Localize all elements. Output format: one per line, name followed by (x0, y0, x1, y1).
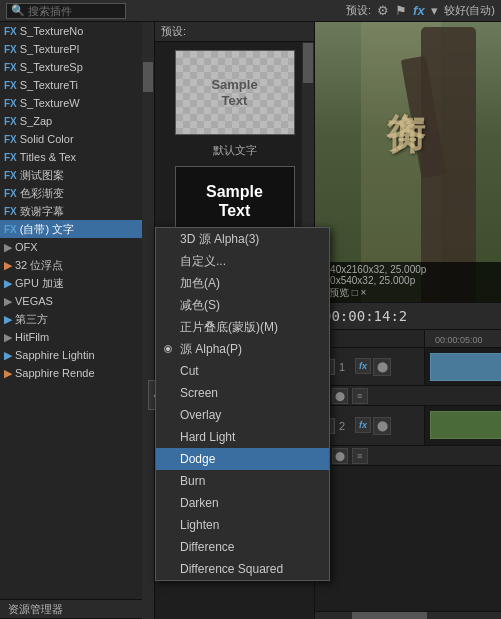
plugin-item-6[interactable]: FXSolid Color (0, 130, 154, 148)
context-menu-item-8[interactable]: Overlay (156, 404, 329, 426)
search-box[interactable]: 🔍 (6, 3, 126, 19)
context-menu-item-3[interactable]: 减色(S) (156, 294, 329, 316)
fx-btn-1b[interactable]: ≡ (352, 388, 368, 404)
timeline-area: 00:00:14:2 00:00:05:00 ≡ 1 fx ⬤ (315, 302, 501, 619)
context-menu-item-12[interactable]: Darken (156, 492, 329, 514)
fx-badge: FX (4, 98, 17, 109)
plugin-label: Sapphire Lightin (15, 349, 95, 361)
track-1-controls: ≡ 1 fx ⬤ (315, 348, 425, 385)
preset-label: 预设: (346, 3, 371, 18)
menu-item-label: Darken (180, 496, 219, 510)
fx-badge: FX (4, 80, 17, 91)
plugin-item-17[interactable]: ▶HitFilm (0, 328, 154, 346)
fx-btn-1a[interactable]: ⬤ (332, 388, 348, 404)
plugin-label: Titles & Tex (20, 151, 76, 163)
plugin-item-1[interactable]: FXS_TexturePl (0, 40, 154, 58)
plugin-item-3[interactable]: FXS_TextureTi (0, 76, 154, 94)
search-input[interactable] (28, 5, 121, 17)
presets-scrollbar[interactable] (302, 42, 314, 242)
plugin-item-14[interactable]: ▶GPU 加速 (0, 274, 154, 292)
settings-icon[interactable]: ⚙ (377, 3, 389, 18)
track-row-1: ≡ 1 fx ⬤ (315, 348, 501, 386)
preset-thumb-1[interactable]: SampleText (175, 50, 295, 135)
fx-icon[interactable]: fx (413, 3, 425, 18)
toolbar-icons: 预设: ⚙ ⚑ fx ▾ 较好(自动) (346, 3, 495, 18)
context-menu-item-1[interactable]: 自定义... (156, 250, 329, 272)
plugin-label: Solid Color (20, 133, 74, 145)
plugin-label: VEGAS (15, 295, 53, 307)
context-menu-item-13[interactable]: Lighten (156, 514, 329, 536)
left-panel-scroll-thumb[interactable] (143, 62, 153, 92)
search-icon: 🔍 (11, 4, 25, 17)
context-menu-item-5[interactable]: 源 Alpha(P) (156, 338, 329, 360)
preset-thumb-1-text: SampleText (211, 77, 257, 108)
track-2-fx-btn[interactable]: fx (355, 417, 371, 433)
track-2-num-label: 2 (339, 420, 351, 432)
auto-label: 较好(自动) (444, 3, 495, 18)
track-1-clip[interactable] (430, 353, 501, 381)
context-menu-item-14[interactable]: Difference (156, 536, 329, 558)
presets-label: 预设: (161, 24, 186, 39)
context-menu-item-7[interactable]: Screen (156, 382, 329, 404)
plugin-label: OFX (15, 241, 38, 253)
plugin-item-16[interactable]: ▶第三方 (0, 310, 154, 328)
track-2-area[interactable] (425, 406, 501, 445)
fx-btn-2b[interactable]: ≡ (352, 448, 368, 464)
plugin-item-2[interactable]: FXS_TextureSp (0, 58, 154, 76)
plugin-item-19[interactable]: ▶Sapphire Rende (0, 364, 154, 382)
track-1-fx-btn[interactable]: fx (355, 358, 371, 374)
context-menu-item-9[interactable]: Hard Light (156, 426, 329, 448)
track-1-icon-a[interactable]: ⬤ (373, 358, 391, 376)
context-menu-item-2[interactable]: 加色(A) (156, 272, 329, 294)
plugin-item-12[interactable]: ▶OFX (0, 238, 154, 256)
menu-item-label: Overlay (180, 408, 221, 422)
plugin-label: 第三方 (15, 312, 48, 327)
preview-image: 齐衡 3840x2160x32, 25.000p 960x540x32, 25.… (315, 22, 501, 302)
plugin-item-0[interactable]: FXS_TextureNo (0, 22, 154, 40)
fx-badge: FX (4, 62, 17, 73)
context-menu: 3D 源 Alpha(3)自定义...加色(A)减色(S)正片叠底(蒙版)(M)… (155, 227, 330, 581)
track-2-icons: fx ⬤ (355, 417, 391, 435)
presets-scroll-thumb[interactable] (303, 43, 313, 83)
menu-item-label: 源 Alpha(P) (180, 341, 242, 358)
fx-row-1-controls: ⬤ ≡ (332, 388, 368, 404)
plugin-label: 32 位浮点 (15, 258, 63, 273)
left-panel-scrollbar[interactable] (142, 22, 154, 619)
preset-thumb-2[interactable]: SampleText (175, 166, 295, 236)
context-menu-item-0[interactable]: 3D 源 Alpha(3) (156, 228, 329, 250)
plugin-item-10[interactable]: FX致谢字幕 (0, 202, 154, 220)
context-menu-item-11[interactable]: Burn (156, 470, 329, 492)
timeline-scrollbar[interactable] (315, 611, 501, 619)
menu-item-label: Dodge (180, 452, 215, 466)
context-menu-item-6[interactable]: Cut (156, 360, 329, 382)
plugin-item-18[interactable]: ▶Sapphire Lightin (0, 346, 154, 364)
plugin-item-9[interactable]: FX色彩渐变 (0, 184, 154, 202)
plugin-item-7[interactable]: FXTitles & Tex (0, 148, 154, 166)
fx-btn-2a[interactable]: ⬤ (332, 448, 348, 464)
arrow-icon[interactable]: ▾ (431, 3, 438, 18)
plugin-label: (自带) 文字 (20, 222, 74, 237)
plugin-item-11[interactable]: FX(自带) 文字 (0, 220, 154, 238)
plugin-item-5[interactable]: FXS_Zap (0, 112, 154, 130)
context-menu-item-4[interactable]: 正片叠底(蒙版)(M) (156, 316, 329, 338)
plugin-item-4[interactable]: FXS_TextureW (0, 94, 154, 112)
context-menu-item-15[interactable]: Difference Squared (156, 558, 329, 580)
plugin-label: S_TextureTi (20, 79, 78, 91)
track-2-clip[interactable] (430, 411, 501, 439)
folder-icon: ▶ (4, 277, 12, 290)
resource-manager-bar: 资源管理器 (0, 599, 154, 619)
plugin-item-13[interactable]: ▶32 位浮点 (0, 256, 154, 274)
folder-icon: ▶ (4, 349, 12, 362)
menu-item-label: 减色(S) (180, 297, 220, 314)
track-1-area[interactable] (425, 348, 501, 385)
plugin-item-15[interactable]: ▶VEGAS (0, 292, 154, 310)
plugin-label: GPU 加速 (15, 276, 64, 291)
track-2-icon-a[interactable]: ⬤ (373, 417, 391, 435)
timeline-scroll-thumb[interactable] (352, 612, 426, 619)
plugin-item-8[interactable]: FX测试图案 (0, 166, 154, 184)
folder-icon: ▶ (4, 331, 12, 344)
flag-icon[interactable]: ⚑ (395, 3, 407, 18)
context-menu-item-10[interactable]: Dodge (156, 448, 329, 470)
menu-item-label: Screen (180, 386, 218, 400)
fx-badge: FX (4, 188, 17, 199)
